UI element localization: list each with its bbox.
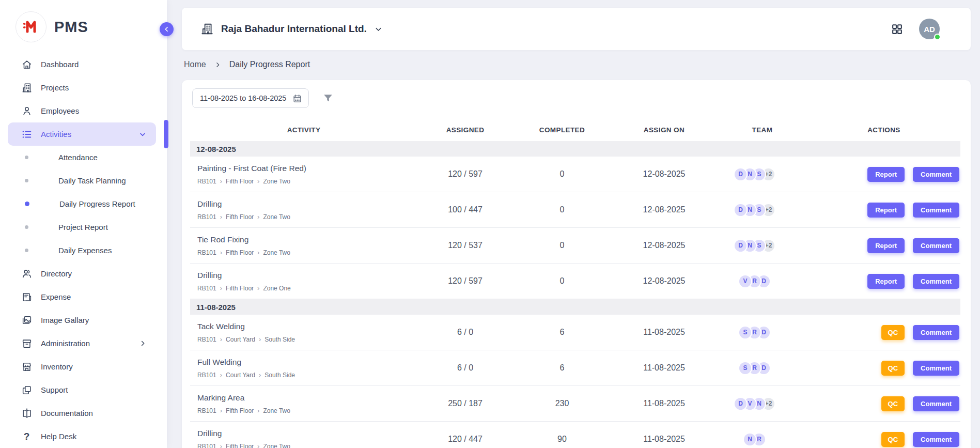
comment-button[interactable]: Comment	[913, 361, 959, 376]
row-actions: QCComment	[807, 361, 960, 376]
report-button[interactable]: Report	[867, 167, 905, 182]
sidebar-subitem-daily-task-planning[interactable]: Daily Task Planning	[8, 169, 156, 192]
row-actions: ReportComment	[807, 167, 960, 182]
chevron-right-icon: ›	[220, 213, 222, 220]
report-button[interactable]: Report	[867, 238, 905, 253]
comment-button[interactable]: Comment	[913, 432, 959, 447]
table-row: Full Welding RB101›Court Yard›South Side…	[190, 350, 960, 386]
chevron-right-icon: ›	[257, 443, 259, 448]
sidebar-item-help-desk[interactable]: ? Help Desk	[8, 425, 156, 448]
sidebar-collapse-button[interactable]	[160, 22, 174, 36]
sidebar-item-expense[interactable]: Expense	[8, 285, 156, 308]
table-row: Tie Rod Fixing RB101›Fifth Floor›Zone Tw…	[190, 228, 960, 264]
group-date: 11-08-2025	[196, 303, 236, 312]
team-member-avatar: D	[734, 239, 748, 253]
assign-on-date: 12-08-2025	[611, 205, 717, 214]
column-header-team: TEAM	[717, 126, 807, 134]
activity-cell: Marking Area RB101›Fifth Floor›Zone Two	[190, 388, 417, 420]
report-button[interactable]: Report	[867, 203, 905, 218]
activity-location-path: RB101›Fifth Floor›Zone Two	[197, 407, 413, 414]
row-actions: ReportComment	[807, 274, 960, 289]
activity-cell: Drilling RB101›Fifth Floor›Zone One	[190, 266, 417, 297]
sidebar-item-label: Projects	[41, 83, 69, 92]
bullet-dot-icon	[25, 156, 28, 159]
archive-icon	[21, 337, 33, 349]
sidebar-subitem-label: Daily Task Planning	[58, 176, 126, 185]
sidebar-item-image-gallary[interactable]: Image Gallary	[8, 308, 156, 332]
apps-grid-button[interactable]	[889, 21, 906, 38]
sidebar-item-projects[interactable]: Projects	[8, 76, 156, 99]
activity-title: Drilling	[197, 199, 413, 209]
group-date: 12-08-2025	[196, 145, 236, 153]
path-segment: South Side	[265, 372, 295, 379]
sidebar-subitem-attendance[interactable]: Attendance	[8, 146, 156, 169]
activity-cell: Painting - First Coat (Fire Red) RB101›F…	[190, 159, 417, 190]
sidebar-subitem-daily-expenses[interactable]: Daily Expenses	[8, 239, 156, 262]
sidebar-item-label: Image Gallary	[41, 316, 89, 325]
path-segment: RB101	[197, 443, 216, 448]
column-header-activity: ACTIVITY	[190, 126, 417, 134]
user-avatar[interactable]: AD	[919, 19, 940, 39]
date-range-picker[interactable]: 11-08-2025 to 16-08-2025	[192, 88, 309, 108]
sidebar-item-dashboard[interactable]: Dashboard	[8, 53, 156, 76]
sidebar-item-administration[interactable]: Administration	[8, 332, 156, 355]
sidebar-subitem-daily-progress-report[interactable]: Daily Progress Report	[8, 192, 156, 215]
comment-button[interactable]: Comment	[913, 238, 959, 253]
logo: PMS	[0, 0, 167, 42]
qc-button[interactable]: QC	[881, 432, 905, 447]
sidebar-item-employees[interactable]: Employees	[8, 99, 156, 122]
sidebar-subitem-label: Daily Expenses	[58, 246, 112, 255]
bullet-dot-icon	[25, 179, 28, 182]
sidebar-item-inventory[interactable]: Inventory	[8, 355, 156, 378]
chevron-right-icon: ›	[257, 285, 259, 291]
comment-button[interactable]: Comment	[913, 396, 959, 411]
path-segment: RB101	[197, 213, 216, 221]
chevron-right-icon: ›	[257, 249, 259, 256]
receipt-icon	[21, 291, 33, 303]
completed-value: 6	[513, 363, 611, 373]
calendar-icon	[292, 94, 302, 103]
qc-button[interactable]: QC	[881, 361, 905, 376]
company-selector[interactable]: Raja Bahadur International Ltd.	[200, 22, 383, 36]
filter-row: 11-08-2025 to 16-08-2025	[190, 88, 960, 108]
path-segment: RB101	[197, 249, 216, 256]
breadcrumb-home[interactable]: Home	[184, 60, 206, 69]
gallery-icon	[21, 314, 33, 326]
assigned-value: 250 / 187	[417, 399, 513, 408]
team-member-avatar: V	[738, 274, 752, 288]
activity-cell: Drilling RB101›Fifth Floor›Zone Two	[190, 194, 417, 226]
activity-title: Drilling	[197, 271, 413, 280]
activity-location-path: RB101›Court Yard›South Side	[197, 372, 413, 379]
team-avatars: DNS+2	[717, 239, 807, 253]
path-segment: RB101	[197, 372, 216, 379]
sidebar-subitem-project-report[interactable]: Project Report	[8, 215, 156, 239]
sidebar-subitem-label: Attendance	[58, 153, 98, 162]
path-segment: Zone Two	[263, 178, 290, 185]
breadcrumb-current: Daily Progress Report	[229, 60, 310, 69]
comment-button[interactable]: Comment	[913, 167, 959, 182]
comment-button[interactable]: Comment	[913, 325, 959, 340]
activity-cell: Drilling RB101›Fifth Floor›Zone Two	[190, 424, 417, 448]
sidebar-item-documentation[interactable]: Documentation	[8, 401, 156, 425]
team-member-avatar: D	[734, 397, 748, 411]
sidebar-item-activities[interactable]: Activities	[8, 122, 156, 146]
store-icon	[21, 361, 33, 373]
qc-button[interactable]: QC	[881, 325, 905, 340]
person-icon	[21, 105, 33, 117]
comment-button[interactable]: Comment	[913, 274, 959, 289]
row-actions: QCComment	[807, 325, 960, 340]
comment-button[interactable]: Comment	[913, 203, 959, 218]
sidebar-item-support[interactable]: Support	[8, 378, 156, 401]
qc-button[interactable]: QC	[881, 396, 905, 411]
table-row: Painting - First Coat (Fire Red) RB101›F…	[190, 157, 960, 192]
company-name: Raja Bahadur International Ltd.	[221, 23, 367, 35]
progress-table: ACTIVITY ASSIGNED COMPLETED ASSIGN ON TE…	[190, 118, 960, 448]
report-button[interactable]: Report	[867, 274, 905, 289]
path-segment: RB101	[197, 285, 216, 292]
path-segment: RB101	[197, 407, 216, 414]
filter-button[interactable]	[321, 91, 335, 105]
people-icon	[21, 268, 33, 280]
sidebar-item-directory[interactable]: Directory	[8, 262, 156, 285]
chevron-down-icon	[138, 130, 147, 138]
activity-title: Painting - First Coat (Fire Red)	[197, 164, 413, 173]
